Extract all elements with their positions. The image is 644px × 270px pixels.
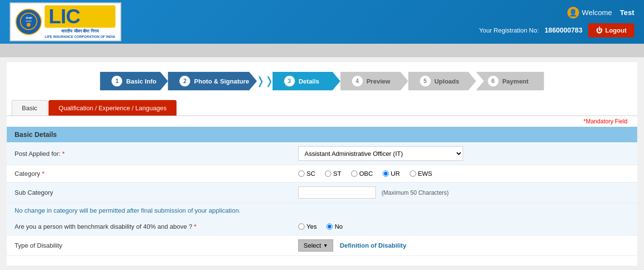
section-header: Basic Details	[7, 127, 637, 142]
main-content: 1 Basic Info 2 Photo & Signature ❭❭ 3 De…	[7, 62, 637, 266]
section-title: Basic Details	[15, 131, 57, 138]
step-4[interactable]: 4 Preview	[340, 72, 408, 90]
step-2-num: 2	[179, 76, 190, 86]
disability-yes-radio[interactable]	[298, 223, 305, 230]
def-disability-text: Definition of Disability	[340, 242, 406, 249]
mandatory-notice: *Mandatory Field	[7, 116, 637, 127]
step-4-num: 4	[352, 76, 363, 86]
max-chars-hint: (Maximum 50 Characters)	[382, 189, 449, 196]
subcategory-input[interactable]	[298, 186, 376, 199]
tab-basic-label: Basic	[22, 104, 37, 112]
post-applied-row: Post Applied for: * Assistant Administra…	[7, 142, 637, 165]
lic-logo-text: LIC	[48, 5, 80, 28]
welcome-area: 👤 Welcome Test	[567, 7, 634, 18]
category-value-cell: SC ST OBC UR EWS	[290, 165, 637, 183]
category-sc-label[interactable]: SC	[298, 170, 315, 177]
username-display: Test	[620, 8, 634, 17]
step-6-num: 6	[488, 76, 499, 86]
disability-select-label: Select	[304, 242, 321, 249]
logout-button[interactable]: ⏻ Logout	[588, 23, 634, 37]
lic-subtitle-hindi: भारतीय जीवन बीमा निगम	[45, 29, 115, 34]
svg-text:वहाम्यहम्: वहाम्यहम्	[25, 20, 32, 22]
step-5-label: Uploads	[435, 78, 459, 85]
post-required-marker: *	[62, 150, 64, 157]
header-right: 👤 Welcome Test Your Registration No: 186…	[479, 7, 634, 37]
logo-box: योगक्षेमं वहाम्यहम् LIC भारतीय जीवन बीमा…	[10, 2, 121, 41]
step-1[interactable]: 1 Basic Info	[100, 72, 168, 90]
step-6[interactable]: 6 Payment	[476, 72, 544, 90]
step-5[interactable]: 5 Uploads	[408, 72, 476, 90]
subheader-bar	[0, 44, 644, 57]
lic-emblem: योगक्षेमं वहाम्यहम्	[16, 9, 42, 35]
tab-qualification[interactable]: Qualification / Experience / Languages	[48, 100, 177, 116]
definition-of-disability-link[interactable]: Definition of Disability	[340, 242, 406, 249]
disability-type-row: Type of Disability Select ▼ Definition o…	[7, 236, 637, 256]
disability-question-row: Are you a person with benchmark disabili…	[7, 218, 637, 236]
post-label: Post Applied for: *	[7, 142, 290, 165]
double-arrow-icon: ❭❭	[256, 75, 274, 87]
step-arrows: ❭❭	[257, 75, 273, 87]
subcategory-label: Sub Category	[7, 183, 290, 203]
category-ews-radio[interactable]	[410, 170, 416, 177]
lic-subtitle-english: LIFE INSURANCE CORPORATION OF INDIA	[45, 35, 115, 38]
disability-question-value-cell: Yes No	[290, 218, 637, 236]
disability-yes-label[interactable]: Yes	[298, 223, 317, 230]
post-value-cell: Assistant Administrative Officer (IT)	[290, 142, 637, 165]
warning-row: No change in category will be permitted …	[7, 203, 637, 219]
category-row: Category * SC ST OBC UR	[7, 165, 637, 183]
user-icon: 👤	[567, 7, 579, 18]
step-3-label: Details	[299, 78, 320, 85]
disability-type-value-cell: Select ▼ Definition of Disability	[290, 236, 637, 256]
step-1-label: Basic Info	[126, 78, 156, 85]
disability-select-button[interactable]: Select ▼	[298, 239, 333, 252]
category-ur-radio[interactable]	[383, 170, 389, 177]
reg-row: Your Registration No: 1860000783 ⏻ Logou…	[479, 23, 634, 37]
tab-qualification-label: Qualification / Experience / Languages	[59, 104, 167, 112]
subcategory-value-cell: (Maximum 50 Characters)	[290, 183, 637, 203]
step-4-label: Preview	[367, 78, 390, 85]
category-radio-group: SC ST OBC UR EWS	[298, 170, 629, 177]
step-5-num: 5	[420, 76, 431, 86]
logo-area: योगक्षेमं वहाम्यहम् LIC भारतीय जीवन बीमा…	[10, 2, 121, 41]
reg-number: 1860000783	[545, 26, 582, 34]
disability-no-label[interactable]: No	[326, 223, 343, 230]
tab-basic[interactable]: Basic	[12, 100, 48, 116]
disability-no-radio[interactable]	[326, 223, 333, 230]
form-table: Post Applied for: * Assistant Administra…	[7, 142, 637, 256]
mandatory-text: *Mandatory Field	[583, 118, 628, 125]
category-required-marker: *	[42, 170, 44, 177]
warning-text: No change in category will be permitted …	[15, 207, 241, 214]
category-ews-label[interactable]: EWS	[410, 170, 433, 177]
header: योगक्षेमं वहाम्यहम् LIC भारतीय जीवन बीमा…	[0, 0, 644, 44]
disability-type-label: Type of Disability	[7, 236, 290, 256]
subcategory-row: Sub Category (Maximum 50 Characters)	[7, 183, 637, 203]
power-icon: ⏻	[596, 27, 602, 34]
stepper: 1 Basic Info 2 Photo & Signature ❭❭ 3 De…	[7, 62, 637, 100]
category-obc-radio[interactable]	[351, 170, 357, 177]
step-3[interactable]: 3 Details	[273, 72, 340, 90]
disability-question-label: Are you a person with benchmark disabili…	[7, 218, 290, 236]
category-label: Category *	[7, 165, 290, 183]
step-2[interactable]: 2 Photo & Signature	[168, 72, 257, 90]
category-sc-radio[interactable]	[298, 170, 305, 177]
step-3-num: 3	[284, 76, 295, 86]
logout-label: Logout	[605, 27, 627, 34]
category-obc-label[interactable]: OBC	[351, 170, 373, 177]
category-st-radio[interactable]	[325, 170, 331, 177]
welcome-prefix: Welcome	[582, 8, 612, 17]
post-select[interactable]: Assistant Administrative Officer (IT)	[298, 146, 463, 161]
category-ur-label[interactable]: UR	[383, 170, 400, 177]
step-6-label: Payment	[502, 78, 529, 85]
reg-label: Your Registration No:	[479, 27, 539, 34]
step-1-num: 1	[112, 76, 122, 86]
svg-text:योगक्षेमं: योगक्षेमं	[25, 17, 32, 19]
disability-radio-group: Yes No	[298, 223, 629, 230]
disability-required-marker: *	[194, 223, 196, 230]
tabs-bar: Basic Qualification / Experience / Langu…	[7, 100, 637, 116]
category-st-label[interactable]: ST	[325, 170, 341, 177]
step-2-label: Photo & Signature	[194, 78, 249, 85]
svg-point-3	[27, 23, 31, 27]
chevron-down-icon: ▼	[323, 243, 328, 248]
